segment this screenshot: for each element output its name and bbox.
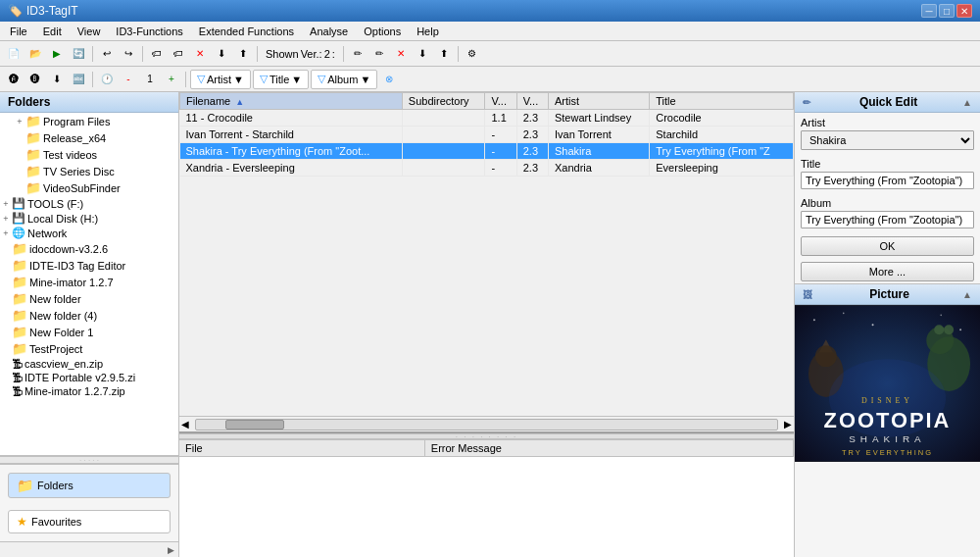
toolbar2-a-btn[interactable]: 🅐 <box>4 70 24 89</box>
artist-select[interactable]: Shakira <box>801 130 974 150</box>
expand-placeholder <box>0 343 12 355</box>
toolbar-play-btn[interactable]: ▶ <box>47 44 67 64</box>
toolbar2-b-btn[interactable]: 🅑 <box>25 70 45 89</box>
sidebar-resize-handle[interactable]: · · · · · <box>0 456 178 464</box>
toolbar-down-btn[interactable]: ⬇ <box>212 44 231 64</box>
toolbar-up-btn[interactable]: ⬆ <box>233 44 253 64</box>
col-title[interactable]: Title <box>650 93 794 110</box>
h-scrollbar-track[interactable] <box>195 419 778 430</box>
cell-v2-3: 2.3 <box>516 160 548 177</box>
toolbar-open-btn[interactable]: 📂 <box>25 44 45 64</box>
col-v2[interactable]: V... <box>516 93 548 110</box>
tree-item-mine-zip[interactable]: 🗜 Mine-imator 1.2.7.zip <box>0 384 178 398</box>
tree-item-testproject[interactable]: 📁 TestProject <box>0 340 178 357</box>
scroll-right-arrow[interactable]: ▶ <box>168 545 174 555</box>
album-input[interactable] <box>801 211 974 228</box>
folders-tab[interactable]: 📁 Folders <box>8 473 171 498</box>
menu-view[interactable]: View <box>70 24 109 39</box>
title-filter-btn[interactable]: ▽ Title ▼ <box>253 70 309 89</box>
toolbar2-c-btn[interactable]: 🔤 <box>69 70 88 89</box>
ok-button[interactable]: OK <box>801 236 974 256</box>
tree-label-local-disk: Local Disk (H:) <box>27 213 98 225</box>
title-label: Title <box>795 154 980 172</box>
col-v1[interactable]: V... <box>485 93 516 110</box>
more-button[interactable]: More ... <box>801 262 974 281</box>
maximize-button[interactable]: □ <box>939 4 955 18</box>
toolbar-del2-btn[interactable]: ✕ <box>391 44 411 64</box>
title-filter-icon: ▽ <box>260 73 268 85</box>
tree-item-tools[interactable]: + 💾 TOOLS (F:) <box>0 196 178 211</box>
scroll-left-btn[interactable]: ◀ <box>179 419 191 430</box>
picture-collapse-btn[interactable]: ▲ <box>962 289 972 300</box>
toolbar-edit-btn[interactable]: ✏ <box>348 44 368 64</box>
toolbar-misc-btn[interactable]: ⚙ <box>463 44 482 64</box>
album-filter-btn[interactable]: ▽ Album ▼ <box>311 70 377 89</box>
toolbar-ddown-btn[interactable]: ⬇ <box>413 44 432 64</box>
tree-item-new-folder[interactable]: 📁 New folder <box>0 290 178 307</box>
file-table-scroll[interactable]: Filename ▲ Subdirectory V... V... Artist… <box>179 92 794 416</box>
file-row-0[interactable]: 11 - Crocodile 1.1 2.3 Stewart Lindsey C… <box>180 110 794 127</box>
file-row-2[interactable]: Shakira - Try Everything (From "Zoot... … <box>180 143 794 160</box>
toolbar-tag-btn[interactable]: 🏷 <box>147 44 167 64</box>
minimize-button[interactable]: ─ <box>921 4 937 18</box>
tree-item-network[interactable]: + 🌐 Network <box>0 226 178 240</box>
expand-tools[interactable]: + <box>0 198 12 210</box>
menu-extended-functions[interactable]: Extended Functions <box>191 24 302 39</box>
folder-tree[interactable]: + 📁 Program Files 📁 Release_x64 📁 Test v… <box>0 113 178 456</box>
quick-edit-collapse-btn[interactable]: ▲ <box>962 97 972 108</box>
expand-local-disk[interactable]: + <box>0 213 12 225</box>
toolbar-forward-btn[interactable]: ↪ <box>119 44 138 64</box>
toolbar2-filter-clear-btn[interactable]: ⊗ <box>379 70 399 89</box>
scroll-right-btn[interactable]: ▶ <box>782 419 794 430</box>
toolbar-edit2-btn[interactable]: ✏ <box>369 44 389 64</box>
tree-item-testvideos[interactable]: 📁 Test videos <box>0 146 178 163</box>
menu-help[interactable]: Help <box>409 24 447 39</box>
toolbar2-one-btn[interactable]: 1 <box>140 70 160 89</box>
folder-icon-new-folder-1: 📁 <box>12 325 27 339</box>
tree-item-local-disk[interactable]: + 💾 Local Disk (H:) <box>0 211 178 226</box>
tree-item-idte-portable[interactable]: 🗜 IDTE Portable v2.9.5.zi <box>0 371 178 384</box>
menu-analyse[interactable]: Analyse <box>302 24 356 39</box>
menu-edit[interactable]: Edit <box>35 24 70 39</box>
file-row-1[interactable]: Ivan Torrent - Starchild - 2.3 Ivan Torr… <box>180 127 794 143</box>
favourites-tab[interactable]: ★ Favourites <box>8 510 171 533</box>
toolbar-tag2-btn[interactable]: 🏷 <box>169 44 188 64</box>
toolbar-uup-btn[interactable]: ⬆ <box>434 44 454 64</box>
title-input[interactable] <box>801 172 974 189</box>
toolbar-del-btn[interactable]: ✕ <box>190 44 210 64</box>
menu-options[interactable]: Options <box>356 24 409 39</box>
toolbar-back-btn[interactable]: ↩ <box>97 44 117 64</box>
toolbar-refresh-btn[interactable]: 🔄 <box>69 44 88 64</box>
expand-icon[interactable]: + <box>14 116 25 127</box>
toolbar2-plus-btn[interactable]: + <box>162 70 181 89</box>
tree-label-mine-zip: Mine-imator 1.2.7.zip <box>24 385 125 397</box>
toolbar2-clock-btn[interactable]: 🕐 <box>97 70 117 89</box>
tree-item-release[interactable]: 📁 Release_x64 <box>0 129 178 146</box>
file-list-scrollbar[interactable]: ◀ ▶ <box>179 416 794 431</box>
col-filename[interactable]: Filename ▲ <box>180 93 403 110</box>
error-col-message-label: Error Message <box>431 442 502 454</box>
tree-item-new-folder-1[interactable]: 📁 New Folder 1 <box>0 324 178 340</box>
tree-item-mine-imator[interactable]: 📁 Mine-imator 1.2.7 <box>0 274 178 290</box>
expand-network[interactable]: + <box>0 228 12 239</box>
menu-id3functions[interactable]: ID3-Functions <box>108 24 190 39</box>
tree-item-idocdown[interactable]: 📁 idocdown-v3.2.6 <box>0 240 178 257</box>
tree-item-program-files[interactable]: + 📁 Program Files <box>0 113 178 129</box>
tree-item-idte-id3[interactable]: 📁 IDTE-ID3 Tag Editor <box>0 257 178 274</box>
tree-item-cascview[interactable]: 🗜 cascview_en.zip <box>0 357 178 371</box>
tree-item-videosubfinder[interactable]: 📁 VideoSubFinder <box>0 179 178 196</box>
picture-title: Picture <box>869 287 909 301</box>
toolbar2-minus-btn[interactable]: - <box>119 70 138 89</box>
tree-item-tvseries[interactable]: 📁 TV Series Disc <box>0 163 178 179</box>
close-button[interactable]: ✕ <box>956 4 972 18</box>
expand-placeholder <box>0 310 12 322</box>
file-row-3[interactable]: Xandria - Eversleeping - 2.3 Xandria Eve… <box>180 160 794 177</box>
h-scrollbar-thumb[interactable] <box>225 420 284 430</box>
artist-filter-btn[interactable]: ▽ Artist ▼ <box>190 70 251 89</box>
col-subdirectory[interactable]: Subdirectory <box>402 93 485 110</box>
toolbar2-arrow-btn[interactable]: ⬇ <box>47 70 67 89</box>
col-artist[interactable]: Artist <box>548 93 649 110</box>
tree-item-new-folder-4[interactable]: 📁 New folder (4) <box>0 307 178 324</box>
menu-file[interactable]: File <box>2 24 35 39</box>
toolbar-new-btn[interactable]: 📄 <box>4 44 24 64</box>
